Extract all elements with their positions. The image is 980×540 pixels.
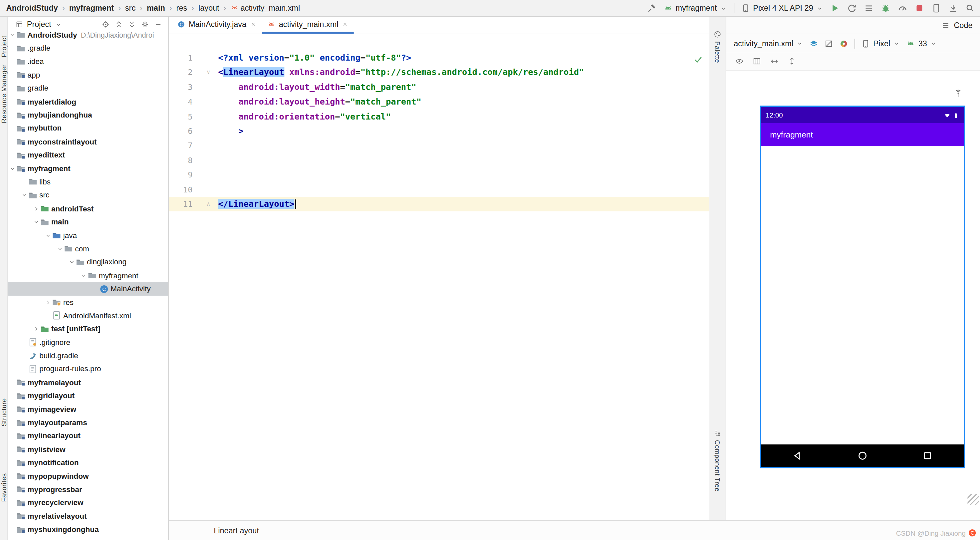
design-surface-icon[interactable] [810, 39, 818, 48]
sdk-manager-icon[interactable] [948, 3, 958, 13]
code-editor[interactable]: 1<?xml version="1.0" encoding="utf-8"?>2… [169, 34, 710, 520]
tree-item[interactable]: myimageview [8, 403, 168, 416]
tree-item[interactable]: AndroidStudyD:\DingJiaxiong\Androi [8, 32, 168, 41]
run-button[interactable] [830, 3, 840, 13]
code-line[interactable]: 10 [169, 182, 710, 197]
fold-marker-icon[interactable]: ∨ [199, 65, 218, 80]
layout-variants-icon[interactable] [752, 57, 761, 65]
chevron-expanded-icon[interactable] [8, 166, 16, 172]
locate-file-icon[interactable] [102, 21, 110, 28]
fold-marker-icon[interactable]: ∧ [199, 197, 218, 212]
breadcrumb-item[interactable]: src [124, 3, 137, 13]
tree-item[interactable]: mylayoutparams [8, 416, 168, 429]
device-manager-icon[interactable] [931, 3, 941, 13]
editor-tab[interactable]: CMainActivity.java [172, 17, 262, 34]
tree-item[interactable]: myrecyclerview [8, 496, 168, 510]
line-number[interactable]: 11 [169, 197, 199, 212]
breadcrumb-item[interactable]: main [145, 3, 166, 13]
tree-item[interactable]: .gradle [8, 41, 168, 55]
code-line[interactable]: 6 > [169, 124, 710, 139]
code-line[interactable]: 9 [169, 167, 710, 182]
chevron-expanded-icon[interactable] [68, 259, 76, 265]
code-line[interactable]: 8 [169, 153, 710, 168]
code-line[interactable]: 1<?xml version="1.0" encoding="utf-8"?> [169, 51, 710, 65]
breadcrumb-item[interactable]: AndroidStudy [5, 3, 59, 13]
component-tree-tab[interactable]: Component Tree [710, 429, 726, 491]
code-line[interactable]: 2∨<LinearLayout xmlns:android="http://sc… [169, 65, 710, 80]
tree-item[interactable]: mylinearlayout [8, 429, 168, 443]
run-configurations-icon[interactable] [864, 3, 874, 13]
tree-item[interactable]: dingjiaxiong [8, 255, 168, 269]
project-panel-title[interactable]: Project [27, 20, 51, 29]
close-tab-icon[interactable] [250, 21, 256, 28]
tree-item[interactable]: mybutton [8, 122, 168, 135]
tree-item[interactable]: mygridlayout [8, 389, 168, 403]
editor-tab[interactable]: activity_main.xml [262, 17, 354, 34]
inspection-ok-icon[interactable] [693, 54, 703, 64]
tree-item[interactable]: main [8, 215, 168, 229]
tree-item[interactable]: mynotification [8, 456, 168, 470]
tree-item[interactable]: mybujiandonghua [8, 108, 168, 121]
breadcrumb-item[interactable]: res [175, 3, 188, 13]
tree-item[interactable]: src [8, 188, 168, 202]
tree-item[interactable]: com [8, 242, 168, 255]
breadcrumb-item[interactable]: layout [197, 3, 220, 13]
line-number[interactable]: 6 [169, 124, 199, 139]
tree-item[interactable]: myalertdialog [8, 95, 168, 108]
preview-device-selector[interactable]: Pixel [861, 39, 900, 48]
breadcrumb-item[interactable]: activity_main.xml [229, 3, 301, 13]
tree-item[interactable]: myfragment [8, 269, 168, 282]
chevron-expanded-icon[interactable] [44, 233, 52, 239]
tree-item[interactable]: CMainActivity [8, 282, 168, 296]
tool-window-stripe-label[interactable]: Project [0, 36, 8, 57]
search-icon[interactable] [965, 3, 975, 13]
tree-item[interactable]: androidTest [8, 202, 168, 215]
tree-item[interactable]: mylistview [8, 443, 168, 456]
chevron-down-icon[interactable] [55, 21, 62, 28]
tree-item[interactable]: myrelativelayout [8, 510, 168, 523]
code-line[interactable]: 3 android:layout_width="match_parent" [169, 80, 710, 94]
tool-window-stripe-label[interactable]: Structure [0, 398, 8, 427]
view-options-icon[interactable] [735, 57, 744, 65]
device-preview[interactable]: 12:00 myfragment [760, 105, 965, 468]
tree-item[interactable]: myconstraintlayout [8, 135, 168, 148]
api-level-selector[interactable]: 33 [907, 39, 937, 48]
breadcrumb-item[interactable]: myfragment [68, 3, 115, 13]
viewport-icon[interactable] [824, 39, 833, 48]
design-canvas[interactable]: 12:00 myfragment [726, 70, 980, 520]
tree-item[interactable]: gradle [8, 81, 168, 95]
code-mode-label[interactable]: Code [954, 21, 972, 30]
run-configuration-selector[interactable]: myfragment [664, 4, 727, 12]
chevron-collapsed-icon[interactable] [44, 299, 52, 305]
chevron-collapsed-icon[interactable] [32, 326, 40, 332]
tree-item[interactable]: libs [8, 175, 168, 188]
layout-file-selector[interactable]: activity_main.xml [733, 39, 803, 48]
line-number[interactable]: 4 [169, 94, 199, 109]
tool-window-stripe-label[interactable]: Resource Manager [0, 64, 8, 123]
code-line[interactable]: 5 android:orientation="vertical" [169, 109, 710, 124]
theme-color-icon[interactable] [840, 39, 848, 48]
expand-all-icon[interactable] [115, 21, 123, 28]
tree-item[interactable]: myfragment [8, 162, 168, 175]
hide-panel-icon[interactable] [154, 21, 162, 28]
tree-item[interactable]: myframelayout [8, 376, 168, 389]
tree-item[interactable]: myedittext [8, 148, 168, 162]
palette-tab[interactable]: Palette [710, 30, 726, 63]
tree-item[interactable]: mypopupwindow [8, 470, 168, 483]
build-hammer-icon[interactable] [647, 3, 657, 13]
orientation-icon[interactable] [770, 57, 779, 65]
code-line[interactable]: 7 [169, 139, 710, 153]
tree-item[interactable]: java [8, 229, 168, 242]
close-tab-icon[interactable] [342, 21, 348, 28]
line-number[interactable]: 8 [169, 153, 199, 168]
profiler-icon[interactable] [897, 3, 907, 13]
code-line[interactable]: 4 android:layout_height="match_parent" [169, 94, 710, 109]
tree-item[interactable]: .gitignore [8, 336, 168, 349]
chevron-expanded-icon[interactable] [8, 32, 16, 38]
tree-item[interactable]: myprogressbar [8, 483, 168, 496]
tree-item[interactable]: res [8, 296, 168, 309]
debug-button[interactable] [881, 3, 891, 13]
tree-item[interactable]: AndroidManifest.xml [8, 309, 168, 322]
chevron-expanded-icon[interactable] [56, 246, 64, 252]
tool-window-stripe-label[interactable]: Favorites [0, 473, 8, 502]
